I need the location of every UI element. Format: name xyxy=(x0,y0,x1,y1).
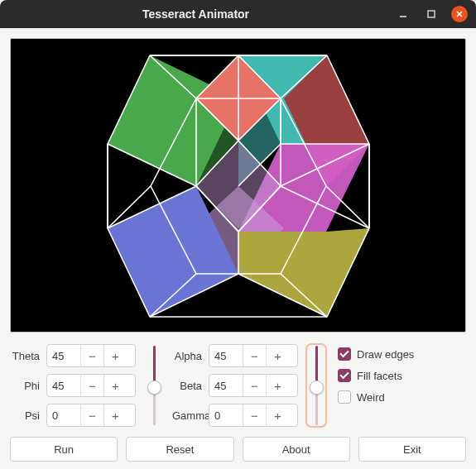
draw-edges-label: Draw edges xyxy=(357,348,414,361)
minimize-button[interactable] xyxy=(395,6,411,22)
slider-3d[interactable] xyxy=(146,346,162,425)
reset-button[interactable]: Reset xyxy=(126,437,233,462)
titlebar: Tesseract Animator xyxy=(0,0,476,28)
phi-spinner[interactable]: −+ xyxy=(46,374,136,397)
gamma-input[interactable] xyxy=(209,409,243,422)
about-button[interactable]: About xyxy=(243,437,350,462)
theta-label: Theta xyxy=(10,350,46,362)
phi-decrement[interactable]: − xyxy=(80,375,103,396)
theta-spinner[interactable]: −+ xyxy=(46,344,136,367)
theta-increment[interactable]: + xyxy=(103,345,127,366)
svg-marker-15 xyxy=(238,228,369,317)
checkbox-icon xyxy=(338,369,351,382)
psi-label: Psi xyxy=(10,409,46,422)
psi-input[interactable] xyxy=(47,409,80,422)
beta-label: Beta xyxy=(172,380,209,392)
phi-input[interactable] xyxy=(47,380,80,392)
angle-group-right: Alpha −+ Beta −+ Gamma −+ xyxy=(172,344,298,427)
weird-label: Weird xyxy=(357,391,385,404)
gamma-decrement[interactable]: − xyxy=(243,404,266,426)
maximize-button[interactable] xyxy=(423,6,440,22)
phi-label: Phi xyxy=(10,380,46,392)
close-icon xyxy=(454,9,464,19)
close-button[interactable] xyxy=(451,6,468,22)
psi-spinner[interactable]: −+ xyxy=(46,404,136,427)
angle-group-left: Theta −+ Phi −+ Psi −+ xyxy=(10,344,136,427)
gamma-label: Gamma xyxy=(172,409,209,422)
beta-decrement[interactable]: − xyxy=(243,375,266,396)
alpha-increment[interactable]: + xyxy=(266,345,289,366)
options-group: Draw edges Fill facets Weird xyxy=(334,344,414,427)
psi-decrement[interactable]: − xyxy=(80,404,103,426)
fill-facets-checkbox[interactable]: Fill facets xyxy=(338,369,414,382)
gamma-spinner[interactable]: −+ xyxy=(209,404,298,427)
slider-4d[interactable] xyxy=(308,346,325,425)
fill-facets-label: Fill facets xyxy=(357,370,402,382)
maximize-icon xyxy=(426,9,436,19)
psi-increment[interactable]: + xyxy=(103,404,127,426)
alpha-label: Alpha xyxy=(172,350,209,362)
theta-input[interactable] xyxy=(47,350,80,362)
gamma-increment[interactable]: + xyxy=(266,404,289,426)
draw-edges-checkbox[interactable]: Draw edges xyxy=(338,347,414,361)
window-title: Tesseract Animator xyxy=(8,7,383,21)
minimize-icon xyxy=(398,9,408,19)
beta-increment[interactable]: + xyxy=(266,375,289,396)
alpha-spinner[interactable]: −+ xyxy=(209,344,298,367)
beta-spinner[interactable]: −+ xyxy=(209,374,298,397)
exit-button[interactable]: Exit xyxy=(358,437,466,462)
render-canvas xyxy=(10,38,466,333)
run-button[interactable]: Run xyxy=(10,437,118,462)
svg-rect-1 xyxy=(428,11,435,17)
alpha-input[interactable] xyxy=(209,350,243,362)
phi-increment[interactable]: + xyxy=(103,375,127,396)
alpha-decrement[interactable]: − xyxy=(243,345,266,366)
tesseract-graphic xyxy=(11,39,466,333)
checkbox-icon xyxy=(338,390,351,404)
weird-checkbox[interactable]: Weird xyxy=(338,390,414,404)
theta-decrement[interactable]: − xyxy=(80,345,103,366)
checkbox-icon xyxy=(338,347,351,361)
beta-input[interactable] xyxy=(209,380,243,392)
